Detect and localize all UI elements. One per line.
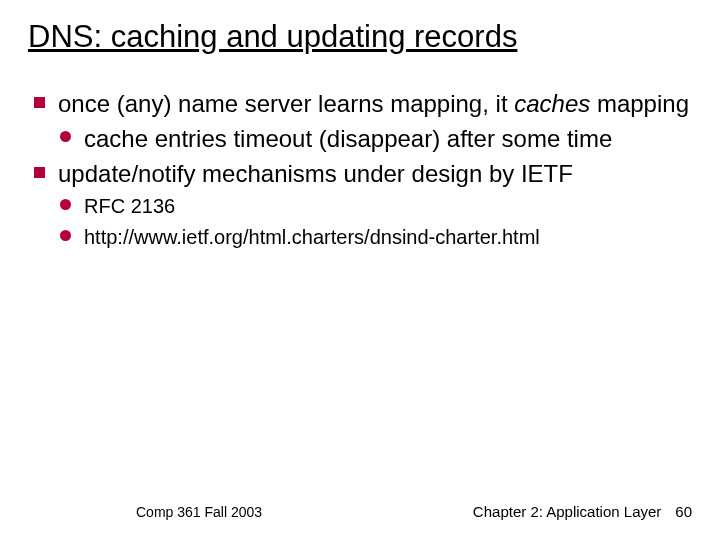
- bullet-2a: RFC 2136: [28, 193, 692, 220]
- circle-bullet-icon: [60, 224, 84, 251]
- slide: DNS: caching and updating records once (…: [0, 0, 720, 540]
- circle-bullet-icon: [60, 124, 84, 155]
- bullet-2-text: update/notify mechanisms under design by…: [58, 159, 692, 190]
- bullet-2: update/notify mechanisms under design by…: [28, 159, 692, 190]
- footer-left: Comp 361 Fall 2003: [28, 504, 473, 520]
- square-bullet-icon: [34, 159, 58, 190]
- slide-title: DNS: caching and updating records: [28, 18, 692, 55]
- circle-bullet-icon: [60, 193, 84, 220]
- bullet-2b-text: http://www.ietf.org/html.charters/dnsind…: [84, 224, 692, 251]
- bullet-1-rest: mapping: [590, 90, 689, 117]
- footer-chapter: Chapter 2: Application Layer: [473, 503, 661, 520]
- slide-body: once (any) name server learns mapping, i…: [28, 89, 692, 251]
- bullet-2b: http://www.ietf.org/html.charters/dnsind…: [28, 224, 692, 251]
- bullet-2a-text: RFC 2136: [84, 193, 692, 220]
- bullet-1a: cache entries timeout (disappear) after …: [28, 124, 692, 155]
- square-bullet-icon: [34, 89, 58, 120]
- bullet-1-italic: caches: [514, 90, 590, 117]
- page-number: 60: [675, 503, 692, 520]
- bullet-1-text: once (any) name server learns mapping, i…: [58, 89, 692, 120]
- footer: Comp 361 Fall 2003 Chapter 2: Applicatio…: [28, 503, 692, 520]
- bullet-1a-text: cache entries timeout (disappear) after …: [84, 124, 692, 155]
- bullet-1-prefix: once (any) name server learns mapping, i…: [58, 90, 514, 117]
- bullet-1: once (any) name server learns mapping, i…: [28, 89, 692, 120]
- footer-right: Chapter 2: Application Layer60: [473, 503, 692, 520]
